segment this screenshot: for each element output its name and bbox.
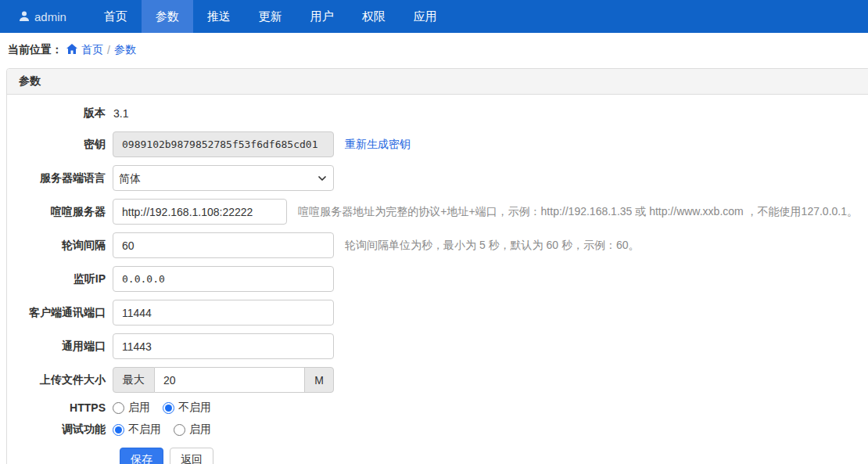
debug-enable-label: 启用 xyxy=(189,423,211,437)
nav-item-permissions[interactable]: 权限 xyxy=(348,0,400,33)
server-hint: 喧喧服务器地址为完整的协议+地址+端口，示例：http://192.168.1.… xyxy=(298,205,858,219)
server-label: 喧喧服务器 xyxy=(19,205,113,219)
debug-enable-option[interactable]: 启用 xyxy=(174,423,211,437)
user-menu[interactable]: admin xyxy=(6,0,79,33)
nav-item-home[interactable]: 首页 xyxy=(90,0,142,33)
upload-size-label: 上传文件大小 xyxy=(19,373,113,387)
poll-row: 轮询间隔 轮询间隔单位为秒，最小为 5 秒，默认为 60 秒，示例：60。 xyxy=(19,232,858,258)
poll-interval-input[interactable] xyxy=(113,232,334,258)
secret-row: 密钥 重新生成密钥 xyxy=(19,131,858,157)
debug-disable-option[interactable]: 不启用 xyxy=(113,423,161,437)
params-panel: 参数 版本 3.1 密钥 重新生成密钥 服务器端语言 简体 喧喧服务器 xyxy=(6,68,868,464)
common-port-label: 通用端口 xyxy=(19,340,113,354)
version-row: 版本 3.1 xyxy=(19,106,858,120)
nav-items: 首页 参数 推送 更新 用户 权限 应用 xyxy=(90,0,451,33)
common-port-row: 通用端口 xyxy=(19,333,858,359)
breadcrumb-current[interactable]: 参数 xyxy=(114,43,136,57)
https-disable-radio[interactable] xyxy=(163,402,174,414)
debug-enable-radio[interactable] xyxy=(174,424,185,436)
server-address-input[interactable] xyxy=(113,199,287,225)
button-row: 保存 返回 xyxy=(120,448,858,464)
poll-label: 轮询间隔 xyxy=(19,239,113,253)
listen-ip-input[interactable] xyxy=(113,266,334,292)
https-label: HTTPS xyxy=(19,401,113,414)
debug-disable-radio[interactable] xyxy=(113,424,124,436)
params-form: 版本 3.1 密钥 重新生成密钥 服务器端语言 简体 喧喧服务器 喧喧服务器地址… xyxy=(7,95,868,464)
nav-item-apps[interactable]: 应用 xyxy=(400,0,451,33)
back-button[interactable]: 返回 xyxy=(170,448,213,464)
listen-ip-row: 监听IP xyxy=(19,266,858,292)
debug-row: 调试功能 不启用 启用 xyxy=(19,423,858,437)
secret-label: 密钥 xyxy=(19,138,113,152)
version-label: 版本 xyxy=(19,106,113,120)
debug-disable-label: 不启用 xyxy=(128,423,161,437)
client-port-input[interactable] xyxy=(113,300,334,326)
save-button[interactable]: 保存 xyxy=(120,448,163,464)
regenerate-secret-link[interactable]: 重新生成密钥 xyxy=(345,138,411,152)
top-navbar: admin 首页 参数 推送 更新 用户 权限 应用 xyxy=(0,0,868,33)
breadcrumb: 当前位置： 首页 / 参数 xyxy=(0,33,868,67)
client-port-row: 客户端通讯端口 xyxy=(19,300,858,326)
breadcrumb-home-link[interactable]: 首页 xyxy=(66,43,103,57)
https-disable-option[interactable]: 不启用 xyxy=(163,401,211,415)
client-port-label: 客户端通讯端口 xyxy=(19,306,113,320)
debug-label: 调试功能 xyxy=(19,423,113,437)
nav-item-update[interactable]: 更新 xyxy=(245,0,296,33)
user-icon xyxy=(19,11,30,22)
https-enable-label: 启用 xyxy=(128,401,150,415)
user-name: admin xyxy=(34,10,66,23)
panel-title: 参数 xyxy=(7,69,868,95)
nav-item-params[interactable]: 参数 xyxy=(142,0,193,33)
breadcrumb-separator: / xyxy=(107,44,110,56)
nav-item-users[interactable]: 用户 xyxy=(296,0,348,33)
breadcrumb-label: 当前位置： xyxy=(8,43,63,57)
https-enable-option[interactable]: 启用 xyxy=(113,401,150,415)
breadcrumb-home-label: 首页 xyxy=(81,43,103,57)
home-icon xyxy=(66,44,77,56)
language-label: 服务器端语言 xyxy=(19,171,113,185)
server-row: 喧喧服务器 喧喧服务器地址为完整的协议+地址+端口，示例：http://192.… xyxy=(19,199,858,225)
listen-ip-label: 监听IP xyxy=(19,272,113,286)
server-language-select[interactable]: 简体 xyxy=(113,165,334,191)
common-port-input[interactable] xyxy=(113,333,334,359)
upload-size-input[interactable] xyxy=(155,367,305,393)
https-enable-radio[interactable] xyxy=(113,402,124,414)
upload-size-row: 上传文件大小 最大 M xyxy=(19,367,858,393)
language-row: 服务器端语言 简体 xyxy=(19,165,858,191)
secret-input[interactable] xyxy=(113,131,334,157)
version-value: 3.1 xyxy=(113,107,128,120)
upload-size-suffix: M xyxy=(304,367,334,393)
https-disable-label: 不启用 xyxy=(178,401,211,415)
upload-size-prefix: 最大 xyxy=(113,367,155,393)
https-row: HTTPS 启用 不启用 xyxy=(19,401,858,415)
nav-item-push[interactable]: 推送 xyxy=(193,0,245,33)
poll-hint: 轮询间隔单位为秒，最小为 5 秒，默认为 60 秒，示例：60。 xyxy=(345,239,640,253)
